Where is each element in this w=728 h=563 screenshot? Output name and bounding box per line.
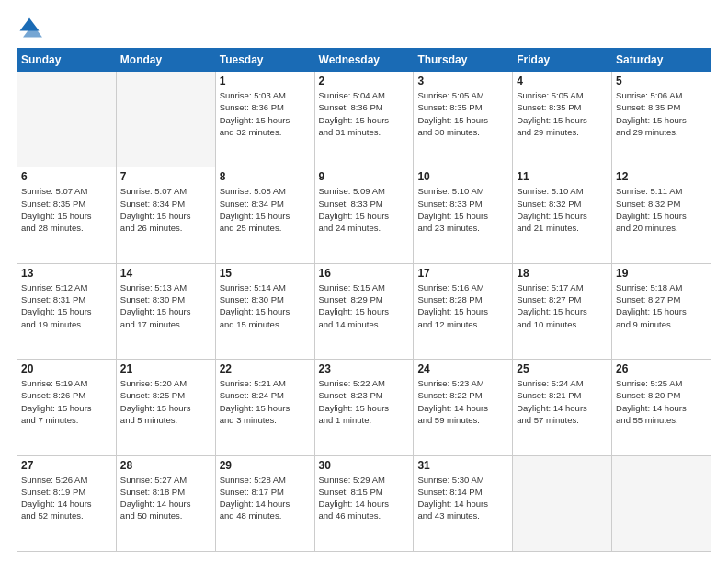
calendar-cell [17, 72, 117, 167]
cell-info: Sunrise: 5:10 AM Sunset: 8:32 PM Dayligh… [517, 185, 608, 234]
calendar-cell: 16Sunrise: 5:15 AM Sunset: 8:29 PM Dayli… [314, 263, 414, 359]
calendar-cell: 5Sunrise: 5:06 AM Sunset: 8:35 PM Daylig… [612, 72, 711, 167]
weekday-header: Saturday [612, 49, 711, 72]
day-number: 27 [21, 459, 112, 472]
cell-info: Sunrise: 5:10 AM Sunset: 8:33 PM Dayligh… [417, 185, 508, 234]
weekday-header: Sunday [17, 49, 117, 72]
day-number: 1 [220, 75, 311, 87]
cell-info: Sunrise: 5:03 AM Sunset: 8:36 PM Dayligh… [220, 89, 311, 138]
cell-info: Sunrise: 5:13 AM Sunset: 8:30 PM Dayligh… [120, 282, 211, 330]
day-number: 19 [616, 267, 707, 280]
calendar-cell: 27Sunrise: 5:26 AM Sunset: 8:19 PM Dayli… [17, 455, 117, 551]
day-number: 30 [319, 459, 410, 472]
cell-info: Sunrise: 5:07 AM Sunset: 8:34 PM Dayligh… [120, 185, 211, 234]
cell-info: Sunrise: 5:19 AM Sunset: 8:26 PM Dayligh… [21, 377, 112, 426]
day-number: 12 [616, 170, 707, 183]
calendar-cell: 1Sunrise: 5:03 AM Sunset: 8:36 PM Daylig… [215, 72, 314, 167]
calendar-cell: 29Sunrise: 5:28 AM Sunset: 8:17 PM Dayli… [215, 455, 314, 551]
calendar-cell [612, 455, 711, 551]
cell-info: Sunrise: 5:18 AM Sunset: 8:27 PM Dayligh… [616, 282, 707, 330]
cell-info: Sunrise: 5:09 AM Sunset: 8:33 PM Dayligh… [319, 185, 410, 234]
day-number: 3 [417, 75, 508, 87]
calendar-cell: 12Sunrise: 5:11 AM Sunset: 8:32 PM Dayli… [612, 167, 711, 263]
calendar-cell: 2Sunrise: 5:04 AM Sunset: 8:36 PM Daylig… [314, 72, 414, 167]
day-number: 28 [120, 459, 211, 472]
calendar-cell: 6Sunrise: 5:07 AM Sunset: 8:35 PM Daylig… [17, 167, 117, 263]
calendar-cell: 19Sunrise: 5:18 AM Sunset: 8:27 PM Dayli… [612, 263, 711, 359]
day-number: 21 [120, 362, 211, 375]
cell-info: Sunrise: 5:08 AM Sunset: 8:34 PM Dayligh… [220, 185, 311, 234]
header [17, 15, 711, 40]
cell-info: Sunrise: 5:26 AM Sunset: 8:19 PM Dayligh… [21, 474, 112, 523]
weekday-header: Monday [116, 49, 215, 72]
day-number: 20 [21, 362, 112, 375]
day-number: 4 [517, 75, 608, 87]
calendar-cell: 15Sunrise: 5:14 AM Sunset: 8:30 PM Dayli… [215, 263, 314, 359]
logo-icon [17, 15, 42, 40]
calendar-cell: 31Sunrise: 5:30 AM Sunset: 8:14 PM Dayli… [414, 455, 513, 551]
day-number: 7 [120, 170, 211, 183]
day-number: 16 [319, 267, 410, 280]
day-number: 24 [417, 362, 508, 375]
day-number: 10 [417, 170, 508, 183]
calendar-week-row: 20Sunrise: 5:19 AM Sunset: 8:26 PM Dayli… [17, 360, 711, 455]
cell-info: Sunrise: 5:23 AM Sunset: 8:22 PM Dayligh… [417, 377, 508, 426]
calendar-cell: 30Sunrise: 5:29 AM Sunset: 8:15 PM Dayli… [314, 455, 414, 551]
day-number: 2 [319, 75, 410, 87]
cell-info: Sunrise: 5:29 AM Sunset: 8:15 PM Dayligh… [319, 474, 410, 523]
calendar-header-row: SundayMondayTuesdayWednesdayThursdayFrid… [17, 49, 711, 72]
calendar-cell: 28Sunrise: 5:27 AM Sunset: 8:18 PM Dayli… [116, 455, 215, 551]
weekday-header: Thursday [414, 49, 513, 72]
calendar-cell: 21Sunrise: 5:20 AM Sunset: 8:25 PM Dayli… [116, 360, 215, 455]
day-number: 26 [616, 362, 707, 375]
cell-info: Sunrise: 5:17 AM Sunset: 8:27 PM Dayligh… [517, 282, 608, 330]
cell-info: Sunrise: 5:05 AM Sunset: 8:35 PM Dayligh… [517, 89, 608, 138]
calendar-cell [116, 72, 215, 167]
cell-info: Sunrise: 5:27 AM Sunset: 8:18 PM Dayligh… [120, 474, 211, 523]
calendar-week-row: 1Sunrise: 5:03 AM Sunset: 8:36 PM Daylig… [17, 72, 711, 167]
day-number: 11 [517, 170, 608, 183]
day-number: 6 [21, 170, 112, 183]
calendar-cell: 10Sunrise: 5:10 AM Sunset: 8:33 PM Dayli… [414, 167, 513, 263]
calendar-cell: 18Sunrise: 5:17 AM Sunset: 8:27 PM Dayli… [513, 263, 612, 359]
calendar-cell: 8Sunrise: 5:08 AM Sunset: 8:34 PM Daylig… [215, 167, 314, 263]
calendar-week-row: 6Sunrise: 5:07 AM Sunset: 8:35 PM Daylig… [17, 167, 711, 263]
calendar-cell: 7Sunrise: 5:07 AM Sunset: 8:34 PM Daylig… [116, 167, 215, 263]
calendar-cell: 14Sunrise: 5:13 AM Sunset: 8:30 PM Dayli… [116, 263, 215, 359]
day-number: 8 [220, 170, 311, 183]
calendar-cell: 3Sunrise: 5:05 AM Sunset: 8:35 PM Daylig… [414, 72, 513, 167]
cell-info: Sunrise: 5:15 AM Sunset: 8:29 PM Dayligh… [319, 282, 410, 330]
cell-info: Sunrise: 5:25 AM Sunset: 8:20 PM Dayligh… [616, 377, 707, 426]
cell-info: Sunrise: 5:16 AM Sunset: 8:28 PM Dayligh… [417, 282, 508, 330]
calendar-week-row: 13Sunrise: 5:12 AM Sunset: 8:31 PM Dayli… [17, 263, 711, 359]
calendar-cell: 13Sunrise: 5:12 AM Sunset: 8:31 PM Dayli… [17, 263, 117, 359]
day-number: 18 [517, 267, 608, 280]
day-number: 17 [417, 267, 508, 280]
calendar-cell: 9Sunrise: 5:09 AM Sunset: 8:33 PM Daylig… [314, 167, 414, 263]
calendar-cell: 24Sunrise: 5:23 AM Sunset: 8:22 PM Dayli… [414, 360, 513, 455]
calendar-cell: 23Sunrise: 5:22 AM Sunset: 8:23 PM Dayli… [314, 360, 414, 455]
calendar-cell: 22Sunrise: 5:21 AM Sunset: 8:24 PM Dayli… [215, 360, 314, 455]
cell-info: Sunrise: 5:30 AM Sunset: 8:14 PM Dayligh… [417, 474, 508, 523]
cell-info: Sunrise: 5:07 AM Sunset: 8:35 PM Dayligh… [21, 185, 112, 234]
weekday-header: Wednesday [314, 49, 414, 72]
cell-info: Sunrise: 5:05 AM Sunset: 8:35 PM Dayligh… [417, 89, 508, 138]
day-number: 31 [417, 459, 508, 472]
day-number: 29 [220, 459, 311, 472]
day-number: 9 [319, 170, 410, 183]
calendar-cell: 4Sunrise: 5:05 AM Sunset: 8:35 PM Daylig… [513, 72, 612, 167]
day-number: 13 [21, 267, 112, 280]
cell-info: Sunrise: 5:06 AM Sunset: 8:35 PM Dayligh… [616, 89, 707, 138]
day-number: 22 [220, 362, 311, 375]
cell-info: Sunrise: 5:28 AM Sunset: 8:17 PM Dayligh… [220, 474, 311, 523]
cell-info: Sunrise: 5:04 AM Sunset: 8:36 PM Dayligh… [319, 89, 410, 138]
cell-info: Sunrise: 5:12 AM Sunset: 8:31 PM Dayligh… [21, 282, 112, 330]
calendar-cell [513, 455, 612, 551]
cell-info: Sunrise: 5:21 AM Sunset: 8:24 PM Dayligh… [220, 377, 311, 426]
day-number: 15 [220, 267, 311, 280]
calendar-table: SundayMondayTuesdayWednesdayThursdayFrid… [17, 48, 711, 552]
day-number: 5 [616, 75, 707, 87]
cell-info: Sunrise: 5:22 AM Sunset: 8:23 PM Dayligh… [319, 377, 410, 426]
page: SundayMondayTuesdayWednesdayThursdayFrid… [0, 0, 728, 563]
calendar-cell: 17Sunrise: 5:16 AM Sunset: 8:28 PM Dayli… [414, 263, 513, 359]
